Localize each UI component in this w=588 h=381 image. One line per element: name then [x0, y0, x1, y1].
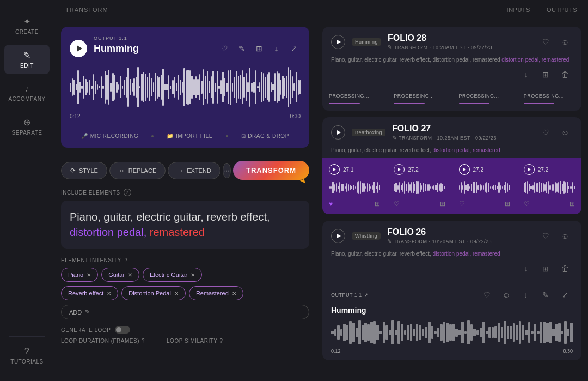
mini-heart-2[interactable]: ♡: [394, 200, 400, 208]
output-mini-link-icon[interactable]: ↗: [364, 292, 369, 298]
sidebar-item-tutorials[interactable]: ? Tutorials: [4, 341, 50, 370]
mini-play-4[interactable]: [524, 164, 535, 175]
folio-28-play-btn[interactable]: [331, 35, 345, 49]
transform-main-btn[interactable]: TRANSFORM: [233, 161, 309, 180]
elements-box[interactable]: Piano, guitar, electric guitar, reverb e…: [61, 201, 309, 249]
folio-26-play-btn[interactable]: [331, 229, 345, 243]
more-btn[interactable]: ···: [223, 163, 231, 178]
mic-icon: 🎤: [81, 133, 88, 139]
replace-btn[interactable]: ↔ REPLACE: [109, 162, 166, 179]
folio-27-play-btn[interactable]: [331, 125, 345, 140]
extend-btn[interactable]: → EXTEND: [168, 162, 220, 179]
tag-piano-close[interactable]: ✕: [87, 272, 91, 278]
mini-grid-4[interactable]: ⊞: [569, 200, 575, 208]
sidebar-item-label: Tutorials: [10, 359, 43, 365]
folio-26-more-icon[interactable]: ☺: [558, 228, 573, 244]
drag-drop-btn[interactable]: ⊡ DRAG & DROP: [241, 133, 289, 139]
mini-actions-3: ♡ ⊞: [459, 200, 510, 208]
tag-piano[interactable]: Piano ✕: [61, 268, 98, 282]
tag-guitar-close[interactable]: ✕: [128, 272, 132, 278]
mini-grid-1[interactable]: ⊞: [375, 200, 380, 208]
folio-26-subtitle-text: TRANSFORM · 10:20AM EST · 09/22/23: [394, 239, 492, 244]
tag-distortion[interactable]: Distortion Pedal ✕: [121, 286, 186, 300]
tab-inputs[interactable]: INPUTS: [507, 7, 530, 13]
folio-28-remastered-tag[interactable]: remastered: [542, 57, 569, 63]
folio-27-distortion-tag[interactable]: distortion pedal,: [433, 147, 471, 153]
folio-27-item-4[interactable]: 27.2 ♡ ⊞: [517, 158, 581, 214]
sidebar-item-edit[interactable]: ✎ Edit: [4, 45, 50, 74]
mini-play-3[interactable]: [459, 164, 470, 175]
folio-27-title: FOLIO 27: [392, 124, 531, 134]
add-button[interactable]: ADD ✎: [61, 305, 309, 319]
folio-28-download-icon[interactable]: ↓: [518, 67, 534, 82]
output-mini-edit-icon[interactable]: ✎: [538, 287, 553, 303]
folio-26-heart-icon[interactable]: ♡: [538, 228, 553, 244]
import-file-btn[interactable]: 📁 IMPORT FILE: [167, 133, 212, 139]
folio-28-distortion-tag[interactable]: distortion pedal,: [501, 57, 540, 63]
mini-heart-1[interactable]: ♥: [329, 200, 333, 208]
folio-27-remastered-tag[interactable]: remastered: [473, 147, 500, 153]
sidebar-item-create[interactable]: ✦ Create: [4, 11, 50, 40]
play-btn-inner[interactable]: [70, 40, 87, 57]
folio-26-distortion-tag[interactable]: distortion pedal,: [433, 251, 471, 257]
tag-electric-guitar[interactable]: Electric Guitar ✕: [143, 268, 202, 282]
tag-eg-close[interactable]: ✕: [191, 272, 195, 278]
folio-26-delete-icon[interactable]: 🗑: [558, 261, 573, 276]
folio-28-more-icon[interactable]: ☺: [558, 34, 573, 50]
folio-28-edit-icon: ✎: [388, 44, 392, 50]
main-content: TRANSFORM INPUTS OUTPUTS OUTPUT 1.1 Humm…: [54, 0, 588, 381]
mini-play-2[interactable]: [394, 164, 405, 175]
mini-play-1[interactable]: [329, 164, 340, 175]
folio-28-delete-icon[interactable]: 🗑: [558, 67, 573, 82]
output-mini-download-icon[interactable]: ↓: [518, 287, 534, 303]
folio-28-heart-icon[interactable]: ♡: [538, 34, 553, 50]
sidebar-item-label: Separate: [12, 130, 42, 136]
generate-loop-toggle[interactable]: [115, 326, 130, 334]
similarity-help-icon[interactable]: ?: [220, 338, 223, 344]
tag-guitar[interactable]: Guitar ✕: [101, 268, 139, 282]
folio-28-copy-icon[interactable]: ⊞: [538, 67, 553, 82]
elements-text: Piano, guitar, electric guitar, reverb e…: [70, 209, 301, 240]
folio-27-heart-icon[interactable]: ♡: [538, 125, 553, 140]
mini-heart-3[interactable]: ♡: [459, 200, 465, 208]
folio-27-item-1[interactable]: 27.1 ♥ ⊞: [322, 158, 387, 214]
edit-icon[interactable]: ✎: [235, 42, 248, 55]
tags-row-2: Reverb effect ✕ Distortion Pedal ✕ Remas…: [61, 286, 309, 300]
folio-27-item-3[interactable]: 27.2 ♡ ⊞: [452, 158, 517, 214]
output-mini-heart-icon[interactable]: ♡: [479, 287, 494, 303]
folio-26-track-label: Whistling: [352, 232, 381, 240]
folio-26-copy-icon[interactable]: ⊞: [538, 261, 553, 276]
output-mini-emoji-icon[interactable]: ☺: [499, 287, 514, 303]
tag-remastered[interactable]: Remastered ✕: [189, 286, 243, 300]
tag-reverb[interactable]: Reverb effect ✕: [61, 286, 118, 300]
tag-remastered-close[interactable]: ✕: [232, 291, 236, 297]
folio-26-download-icon[interactable]: ↓: [518, 261, 534, 276]
tab-outputs[interactable]: OUTPUTS: [547, 7, 577, 13]
folio-26-remastered-tag[interactable]: remastered: [473, 251, 500, 257]
mini-grid-2[interactable]: ⊞: [440, 200, 445, 208]
mini-heart-4[interactable]: ♡: [524, 200, 530, 208]
style-btn[interactable]: ⟳ STYLE: [61, 162, 107, 179]
expand-icon[interactable]: ⤢: [287, 42, 301, 55]
tag-reverb-close[interactable]: ✕: [107, 291, 111, 297]
intensity-help-icon[interactable]: ?: [125, 257, 128, 263]
extend-label: EXTEND: [187, 167, 211, 174]
download-icon[interactable]: ↓: [270, 42, 283, 55]
duration-help-icon[interactable]: ?: [142, 338, 145, 344]
create-icon: ✦: [23, 16, 31, 27]
folio-28-item-2: PROCESSING...: [387, 87, 451, 111]
tag-distortion-close[interactable]: ✕: [174, 291, 179, 297]
folio-28-action-icons: ↓ ⊞ 🗑: [322, 67, 581, 87]
mic-recording-btn[interactable]: 🎤 MIC RECORDING: [81, 133, 138, 139]
mini-grid-3[interactable]: ⊞: [505, 200, 510, 208]
play-button[interactable]: [70, 40, 87, 57]
elements-help-icon[interactable]: ?: [124, 189, 131, 196]
favorite-icon[interactable]: ♡: [218, 42, 231, 55]
mini-actions-1: ♥ ⊞: [329, 200, 380, 208]
output-mini-share-icon[interactable]: ⤢: [558, 287, 573, 303]
sidebar-item-accompany[interactable]: ♪ Accompany: [4, 78, 50, 107]
sidebar-item-separate[interactable]: ⊕ Separate: [4, 112, 50, 141]
copy-icon[interactable]: ⊞: [253, 42, 266, 55]
folio-27-more-icon[interactable]: ☺: [558, 125, 573, 140]
folio-27-item-2[interactable]: 27.2 ♡ ⊞: [387, 158, 451, 214]
